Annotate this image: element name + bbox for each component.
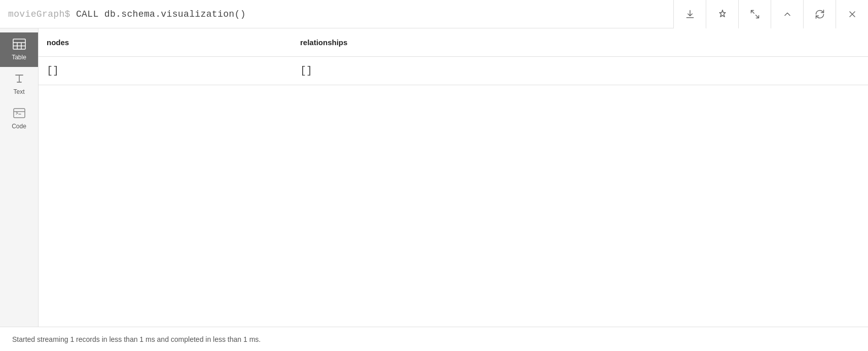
sidebar-item-text[interactable]: Text [0,67,38,101]
sidebar: Table Text Code [0,28,39,327]
download-icon [685,9,695,19]
expand-button[interactable] [738,0,771,28]
col-header-nodes: nodes [47,38,300,47]
status-message: Started streaming 1 records in less than… [12,335,261,343]
svg-rect-2 [13,39,25,49]
refresh-icon [815,9,825,19]
top-bar-actions [673,0,868,28]
cell-nodes: [] [47,65,300,77]
close-icon [847,9,857,19]
pin-icon [717,9,728,19]
status-bar: Started streaming 1 records in less than… [0,327,868,351]
collapse-icon [782,9,792,19]
collapse-button[interactable] [771,0,803,28]
sidebar-item-code[interactable]: Code [0,101,38,136]
refresh-button[interactable] [803,0,836,28]
relationships-value: [] [300,65,312,77]
table-body: [] [] [39,57,868,327]
cell-relationships: [] [300,65,860,77]
sidebar-code-label: Code [12,123,26,130]
content-area: nodes relationships [] [] [39,28,868,327]
code-icon [13,108,25,121]
close-button[interactable] [836,0,868,28]
table-row: [] [] [39,57,868,85]
top-bar: movieGraph$ CALL db.schema.visualization… [0,0,868,28]
sidebar-table-label: Table [12,54,26,61]
expand-icon [750,9,760,19]
col-header-relationships: relationships [300,38,860,47]
download-button[interactable] [673,0,706,28]
table-icon [13,39,26,52]
sidebar-text-label: Text [13,88,24,95]
svg-rect-7 [14,109,25,118]
db-name: movieGraph$ [8,9,70,19]
nodes-value: [] [47,65,59,77]
text-icon [14,73,25,86]
sidebar-item-table[interactable]: Table [0,32,38,67]
table-header: nodes relationships [39,28,868,57]
pin-button[interactable] [706,0,738,28]
main-area: Table Text Code no [0,28,868,327]
query-text: CALL db.schema.visualization() [70,9,246,19]
query-display: movieGraph$ CALL db.schema.visualization… [8,9,246,19]
